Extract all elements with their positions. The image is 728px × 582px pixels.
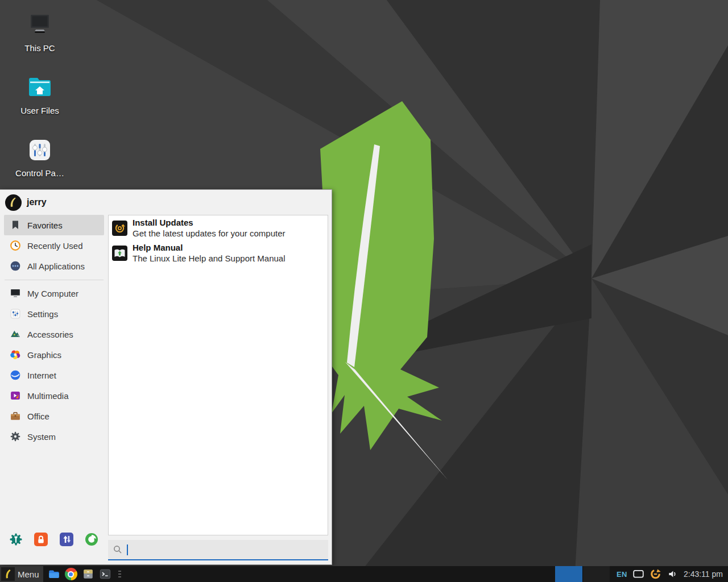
sidebar-item-internet[interactable]: Internet — [4, 365, 104, 385]
sidebar-item-label: My Computer — [27, 289, 78, 298]
sidebar-item-favorites[interactable]: Favorites — [4, 215, 104, 235]
terminal-icon[interactable] — [99, 568, 111, 580]
accessories-icon — [10, 329, 21, 340]
linux-lite-feather-icon — [1, 567, 15, 581]
panel-grip-handle[interactable] — [117, 568, 123, 580]
desktop-icon-label: User Files — [10, 106, 69, 115]
help-book-icon — [112, 246, 127, 261]
menu-action-row — [0, 529, 108, 550]
control-panel-icon — [26, 136, 53, 164]
lock-screen-button[interactable] — [34, 533, 48, 546]
desktop-icon-control-panel[interactable]: Control Pa… — [10, 136, 69, 178]
sidebar-separator — [5, 280, 104, 280]
home-folder-icon — [26, 74, 53, 101]
app-title: Install Updates — [133, 217, 285, 228]
globe-icon — [10, 369, 21, 381]
workspace-1[interactable] — [555, 566, 582, 582]
menu-sidebar: Favorites Recently Used All Applications — [0, 215, 108, 564]
sidebar-item-label: Multimedia — [27, 391, 69, 401]
clock[interactable]: 2:43:11 pm — [684, 569, 728, 579]
switch-user-button[interactable] — [60, 533, 73, 546]
display-icon[interactable] — [632, 569, 644, 579]
update-notifier-icon[interactable] — [650, 568, 662, 580]
desktop-icon-this-pc[interactable]: This PC — [10, 11, 69, 53]
taskbar-launchers — [48, 568, 123, 580]
file-manager-icon[interactable] — [48, 568, 60, 580]
media-play-icon — [10, 390, 21, 401]
workspace-switcher — [555, 566, 610, 582]
desktop-icon-label: This PC — [10, 43, 69, 53]
app-item-help-manual[interactable]: Help Manual The Linux Lite Help and Supp… — [109, 240, 328, 265]
app-subtitle: The Linux Lite Help and Support Manual — [133, 253, 286, 264]
settings-manager-button[interactable] — [9, 533, 23, 546]
text-cursor — [127, 544, 128, 555]
menu-button-label: Menu — [18, 569, 39, 579]
desktop-icon-user-files[interactable]: User Files — [10, 74, 69, 115]
color-wheel-icon — [10, 349, 21, 360]
taskbar-menu-button[interactable]: Menu — [0, 566, 43, 582]
quit-session-button[interactable] — [85, 533, 98, 546]
sidebar-item-recently-used[interactable]: Recently Used — [4, 235, 104, 256]
app-item-install-updates[interactable]: Install Updates Get the latest updates f… — [109, 215, 328, 240]
sidebar-item-label: Recently Used — [27, 241, 83, 251]
briefcase-icon — [10, 410, 21, 422]
user-avatar[interactable] — [5, 194, 22, 211]
sidebar-item-settings[interactable]: Settings — [4, 304, 104, 324]
menu-app-list: Install Updates Get the latest updates f… — [108, 215, 328, 535]
app-subtitle: Get the latest updates for your computer — [133, 228, 285, 239]
sidebar-item-label: System — [27, 432, 56, 442]
gear-icon — [10, 431, 21, 442]
archive-manager-icon[interactable] — [82, 568, 94, 580]
taskbar-right: EN 2:43:11 pm — [555, 566, 728, 582]
computer-icon — [26, 11, 53, 39]
sidebar-item-label: All Applications — [27, 261, 85, 271]
sidebar-item-label: Favorites — [27, 221, 63, 230]
search-icon — [113, 545, 122, 554]
taskbar: Menu EN — [0, 566, 728, 582]
sidebar-item-label: Graphics — [27, 350, 61, 360]
sidebar-item-my-computer[interactable]: My Computer — [4, 283, 104, 304]
volume-icon[interactable] — [667, 568, 679, 580]
update-arrows-icon — [112, 221, 127, 236]
clock-icon — [10, 240, 21, 251]
sidebar-item-accessories[interactable]: Accessories — [4, 324, 104, 344]
sidebar-item-label: Accessories — [27, 330, 73, 339]
monitor-icon — [10, 288, 21, 299]
search-box[interactable] — [108, 540, 328, 560]
bookmark-icon — [10, 219, 21, 231]
sidebar-item-label: Internet — [27, 371, 56, 380]
sliders-icon — [10, 308, 21, 319]
app-title: Help Manual — [133, 242, 286, 253]
system-tray: EN — [617, 568, 679, 580]
desktop-icon-label: Control Pa… — [10, 168, 69, 178]
sidebar-item-all-applications[interactable]: All Applications — [4, 256, 104, 276]
sidebar-item-graphics[interactable]: Graphics — [4, 344, 104, 365]
sidebar-item-label: Office — [27, 411, 49, 421]
sidebar-item-system[interactable]: System — [4, 426, 104, 447]
keyboard-layout-indicator[interactable]: EN — [617, 570, 627, 579]
sidebar-item-label: Settings — [27, 309, 58, 319]
sidebar-item-office[interactable]: Office — [4, 406, 104, 426]
username: jerry — [27, 197, 47, 207]
whisker-menu: jerry Favorites Recently Used All Applic… — [0, 189, 332, 565]
menu-header: jerry — [0, 190, 332, 215]
chrome-browser-icon[interactable] — [65, 568, 77, 580]
sidebar-item-multimedia[interactable]: Multimedia — [4, 385, 104, 406]
apps-grid-icon — [10, 260, 21, 272]
workspace-2[interactable] — [582, 566, 610, 582]
